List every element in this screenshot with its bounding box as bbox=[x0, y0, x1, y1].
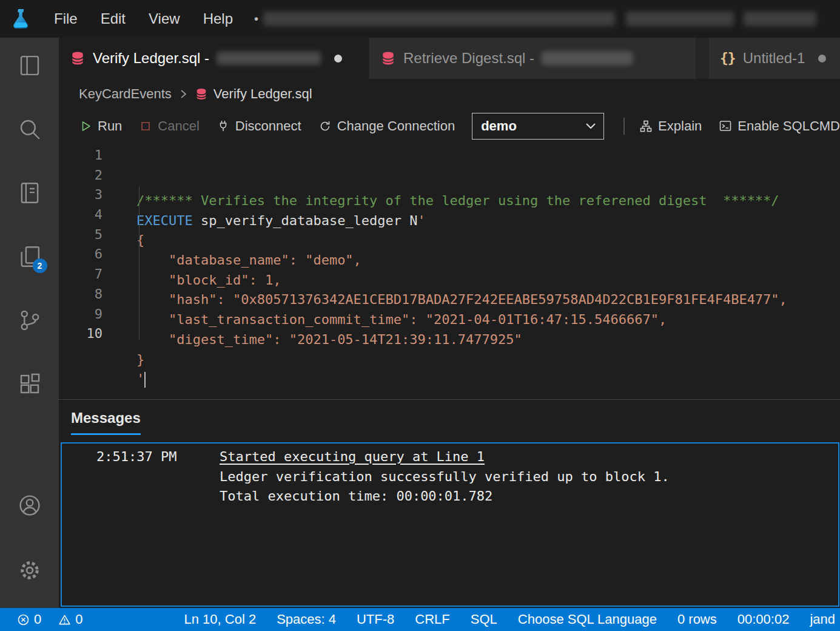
menu-file[interactable]: File bbox=[42, 0, 89, 38]
explain-button[interactable]: Explain bbox=[639, 118, 702, 134]
results-box[interactable]: 2:51:37 PM Started executing query at Li… bbox=[61, 442, 839, 607]
cancel-label: Cancel bbox=[158, 118, 199, 134]
redacted-window-title bbox=[744, 12, 816, 26]
indent-guide bbox=[139, 186, 139, 339]
tab-messages[interactable]: Messages bbox=[71, 410, 141, 435]
code-line[interactable]: "hash": "0x80571376342AE1CEBD17BADA27F24… bbox=[136, 290, 840, 310]
enable-sqlcmd-button[interactable]: Enable SQLCMD bbox=[719, 118, 840, 134]
menu-items: FileEditViewHelp bbox=[42, 0, 244, 38]
code-line[interactable]: "last_transaction_commit_time": "2021-04… bbox=[136, 310, 840, 330]
copy-pages-icon[interactable]: 2 bbox=[15, 242, 44, 271]
code-line[interactable]: "digest_time": "2021-05-14T21:39:11.7477… bbox=[136, 330, 840, 350]
notebook-icon[interactable] bbox=[15, 178, 44, 208]
refresh-connection-icon bbox=[318, 120, 332, 133]
code-line[interactable]: EXECUTE sp_verify_database_ledger N' bbox=[136, 211, 840, 231]
code-line[interactable]: { bbox=[136, 231, 840, 251]
line-number: 10 bbox=[59, 324, 121, 344]
database-dropdown-value: demo bbox=[481, 118, 517, 134]
search-icon[interactable] bbox=[15, 115, 44, 144]
line-number: 1 bbox=[59, 146, 121, 166]
breadcrumb-folder[interactable]: KeyCardEvents bbox=[79, 86, 172, 102]
connections-icon[interactable] bbox=[15, 51, 44, 80]
play-icon bbox=[79, 120, 92, 133]
tab-label: Retrieve Digest.sql - bbox=[403, 50, 534, 67]
line-number: 4 bbox=[59, 205, 121, 225]
line-number: 5 bbox=[59, 225, 121, 245]
problems-warnings[interactable]: 0 bbox=[58, 612, 82, 627]
chevron-down-icon bbox=[585, 121, 596, 130]
menu-help[interactable]: Help bbox=[192, 0, 244, 38]
cancel-button[interactable]: Cancel bbox=[139, 118, 199, 134]
line-number: 6 bbox=[59, 245, 121, 265]
line-number: 3 bbox=[59, 185, 121, 205]
messages-panel: Messages 2:51:37 PM Started executing qu… bbox=[59, 399, 840, 608]
run-label: Run bbox=[98, 118, 122, 134]
menu-edit[interactable]: Edit bbox=[89, 0, 137, 38]
disconnect-label: Disconnect bbox=[235, 118, 301, 134]
line-number: 7 bbox=[59, 265, 121, 285]
window-title-dot: • bbox=[254, 12, 258, 26]
code-line[interactable]: } bbox=[136, 350, 840, 370]
error-icon bbox=[17, 613, 30, 626]
disconnect-button[interactable]: Disconnect bbox=[217, 118, 301, 134]
status-item[interactable]: 00:00:02 bbox=[727, 612, 800, 627]
code-line[interactable]: /****** Verifies the integrity of the le… bbox=[136, 191, 840, 211]
editor[interactable]: 12345678910 /****** Verifies the integri… bbox=[59, 143, 840, 399]
stop-icon bbox=[139, 120, 152, 133]
status-item[interactable]: UTF-8 bbox=[346, 612, 405, 627]
status-item[interactable]: Spaces: 4 bbox=[266, 612, 346, 627]
status-item[interactable]: jand bbox=[799, 612, 840, 627]
activity-bar: 2 bbox=[0, 38, 59, 608]
redacted-window-title bbox=[263, 12, 615, 26]
editor-gutter: 12345678910 bbox=[59, 143, 121, 399]
status-items: Ln 10, Col 2Spaces: 4UTF-8CRLFSQLChoose … bbox=[174, 612, 840, 627]
sqlcmd-icon bbox=[719, 120, 732, 133]
sql-database-icon bbox=[380, 50, 396, 66]
status-item[interactable]: CRLF bbox=[405, 612, 460, 627]
chevron-right-icon bbox=[177, 88, 189, 100]
database-dropdown[interactable]: demo bbox=[472, 113, 604, 140]
message-line: Ledger verification successfully verifie… bbox=[220, 467, 838, 487]
braces-file-icon: {} bbox=[720, 50, 736, 66]
tab-label: Untitled-1 bbox=[743, 50, 805, 67]
code-line[interactable]: "block_id": 1, bbox=[136, 271, 840, 291]
code-line[interactable]: "database_name": "demo", bbox=[136, 251, 840, 271]
code-line[interactable]: ' bbox=[136, 369, 840, 390]
message-timestamp: 2:51:37 PM bbox=[96, 447, 220, 467]
warning-count: 0 bbox=[75, 612, 82, 627]
line-number: 8 bbox=[59, 285, 121, 305]
copy-badge: 2 bbox=[33, 258, 47, 273]
settings-gear-icon[interactable] bbox=[15, 556, 44, 585]
change-connection-button[interactable]: Change Connection bbox=[318, 118, 455, 134]
line-number: 9 bbox=[59, 305, 121, 325]
editor-code[interactable]: /****** Verifies the integrity of the le… bbox=[121, 143, 840, 399]
tab-verify-ledger[interactable]: Verify Ledger.sql - bbox=[59, 38, 369, 79]
plug-icon bbox=[217, 120, 230, 133]
source-control-icon[interactable] bbox=[15, 306, 44, 335]
redacted-window-title bbox=[626, 12, 734, 26]
status-item[interactable]: 0 rows bbox=[667, 612, 727, 627]
message-line: Total execution time: 00:00:01.782 bbox=[220, 487, 838, 507]
text-cursor bbox=[144, 372, 146, 388]
tab-label: Verify Ledger.sql - bbox=[93, 50, 209, 67]
status-item[interactable]: SQL bbox=[460, 612, 508, 627]
status-item[interactable]: Ln 10, Col 2 bbox=[174, 612, 267, 627]
extensions-icon[interactable] bbox=[15, 369, 44, 399]
dirty-indicator[interactable] bbox=[334, 55, 342, 62]
redacted-tab-text bbox=[542, 52, 633, 65]
line-number: 2 bbox=[59, 166, 121, 186]
problems-errors[interactable]: 0 bbox=[17, 612, 41, 627]
status-bar: 0 0 Ln 10, Col 2Spaces: 4UTF-8CRLFSQLCho… bbox=[0, 608, 840, 631]
enable-sqlcmd-label: Enable SQLCMD bbox=[738, 118, 840, 134]
tab-retrieve-digest[interactable]: Retrieve Digest.sql - bbox=[369, 38, 696, 79]
menu-view[interactable]: View bbox=[137, 0, 192, 38]
dirty-indicator[interactable] bbox=[818, 55, 826, 62]
breadcrumb-file[interactable]: Verify Ledger.sql bbox=[213, 86, 312, 102]
tab-untitled-1[interactable]: {} Untitled-1 bbox=[709, 38, 840, 79]
breadcrumb: KeyCardEvents Verify Ledger.sql bbox=[59, 79, 840, 109]
run-button[interactable]: Run bbox=[79, 118, 122, 134]
sql-database-icon bbox=[70, 50, 86, 66]
status-item[interactable]: Choose SQL Language bbox=[508, 612, 667, 627]
toolbar-separator bbox=[623, 118, 625, 135]
account-icon[interactable] bbox=[15, 491, 44, 520]
